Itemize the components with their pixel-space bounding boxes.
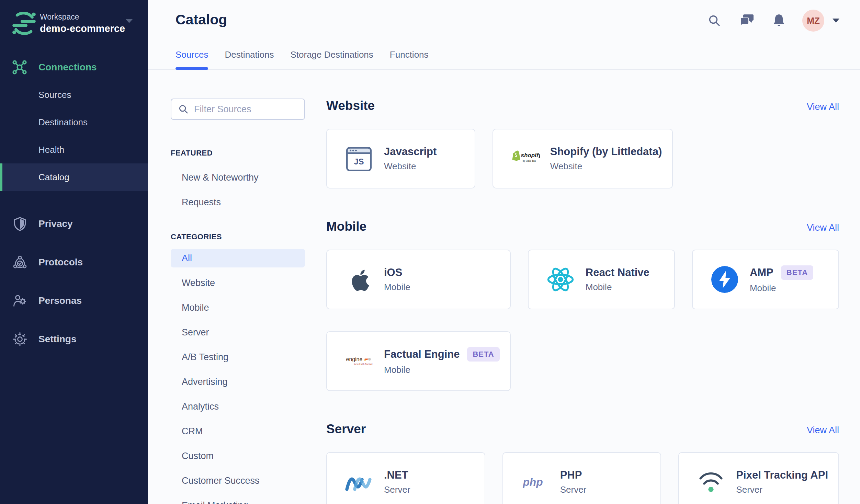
card-title: AMP — [750, 266, 773, 279]
source-card-php[interactable]: php PHP Server — [502, 452, 661, 504]
category-analytics[interactable]: Analytics — [171, 394, 305, 419]
category-advertising[interactable]: Advertising — [171, 369, 305, 394]
category-mobile[interactable]: Mobile — [171, 295, 305, 320]
react-icon — [546, 265, 575, 294]
category-custom[interactable]: Custom — [171, 444, 305, 468]
section-mobile: Mobile View All iOS Mobile — [326, 219, 839, 391]
workspace-name: demo-ecommerce — [40, 22, 125, 35]
category-crm[interactable]: CRM — [171, 419, 305, 444]
tab-storage-destinations[interactable]: Storage Destinations — [290, 49, 373, 70]
catalog-sections: Website View All JS — [326, 99, 839, 504]
source-card-amp[interactable]: AMP BETA Mobile — [692, 250, 839, 309]
sidebar-item-label: Personas — [38, 295, 82, 306]
protocols-icon — [12, 255, 27, 270]
tab-sources[interactable]: Sources — [176, 49, 208, 70]
sidebar-item-destinations[interactable]: Destinations — [0, 108, 148, 136]
sidebar-item-label: Privacy — [38, 218, 73, 229]
card-title: Pixel Tracking API — [736, 469, 828, 481]
card-title: PHP — [560, 469, 582, 481]
dotnet-icon — [344, 467, 374, 497]
segment-logo-icon — [11, 10, 40, 36]
tab-destinations[interactable]: Destinations — [225, 49, 274, 70]
beta-badge: BETA — [781, 265, 813, 280]
source-card-ios[interactable]: iOS Mobile — [326, 250, 511, 309]
sidebar-item-protocols[interactable]: Protocols — [0, 249, 148, 276]
category-email-marketing[interactable]: Email Marketing — [171, 493, 305, 504]
sidebar-item-label: Protocols — [38, 257, 83, 268]
card-subtitle: Server — [384, 484, 410, 495]
category-website[interactable]: Website — [171, 271, 305, 295]
connections-icon — [12, 59, 27, 75]
chat-icon[interactable] — [736, 10, 758, 32]
sidebar-item-health[interactable]: Health — [0, 136, 148, 163]
source-card-pixel-tracking-api[interactable]: Pixel Tracking API Server — [678, 452, 839, 504]
sidebar-item-privacy[interactable]: Privacy — [0, 210, 148, 238]
apple-icon — [344, 265, 374, 294]
avatar[interactable]: MZ — [802, 10, 824, 32]
sidebar-item-settings[interactable]: Settings — [0, 325, 148, 353]
card-title: Javascript — [384, 146, 437, 158]
catalog-tabs: Sources Destinations Storage Destination… — [176, 49, 445, 70]
chevron-down-icon[interactable] — [832, 18, 840, 23]
featured-item-requests[interactable]: Requests — [171, 190, 305, 215]
pixel-tracking-icon — [696, 467, 726, 497]
search-icon[interactable] — [703, 10, 725, 32]
section-website: Website View All JS — [326, 99, 839, 188]
page-header: Catalog MZ — [148, 0, 860, 70]
section-title: Server — [326, 422, 366, 436]
categories-heading: CATEGORIES — [171, 232, 305, 241]
featured-item-new-noteworthy[interactable]: New & Noteworthy — [171, 165, 305, 190]
header-actions: MZ — [693, 10, 840, 32]
source-card-react-native[interactable]: React Native Mobile — [528, 250, 675, 309]
svg-text:JS: JS — [354, 157, 364, 166]
svg-text:by Little data: by Little data — [523, 160, 536, 162]
view-all-link[interactable]: View All — [807, 425, 839, 436]
filter-column: FEATURED New & Noteworthy Requests CATEG… — [171, 99, 305, 504]
workspace-switcher[interactable]: Workspace demo-ecommerce — [0, 0, 148, 36]
tab-functions[interactable]: Functions — [390, 49, 429, 70]
view-all-link[interactable]: View All — [807, 102, 839, 112]
filter-sources-input[interactable] — [194, 104, 297, 115]
category-all[interactable]: All — [171, 249, 305, 267]
card-subtitle: Server — [736, 484, 828, 495]
svg-text:engine: engine — [346, 356, 363, 362]
card-subtitle: Mobile — [750, 283, 813, 294]
page-title: Catalog — [176, 12, 227, 28]
source-card-factual-engine[interactable]: engine fueled with Factual Factual Engin… — [326, 331, 511, 391]
workspace-label: Workspace — [40, 12, 125, 22]
featured-list: New & Noteworthy Requests — [171, 165, 305, 215]
gear-icon — [12, 332, 27, 347]
card-subtitle: Mobile — [384, 282, 410, 293]
view-all-link[interactable]: View All — [807, 222, 839, 233]
source-card-javascript[interactable]: JS Javascript Website — [326, 129, 475, 188]
amp-icon — [710, 265, 739, 294]
sidebar-item-label: Settings — [38, 334, 76, 345]
sidebar-item-catalog[interactable]: Catalog — [0, 163, 148, 191]
category-server[interactable]: Server — [171, 320, 305, 345]
card-title: React Native — [586, 266, 649, 279]
chevron-down-icon — [125, 18, 134, 24]
card-title: iOS — [384, 266, 402, 279]
card-subtitle: Website — [550, 161, 662, 172]
card-subtitle: Website — [384, 161, 437, 172]
javascript-icon: JS — [344, 144, 374, 173]
source-card-shopify[interactable]: shopify by Little data Shopify (by Littl… — [493, 129, 673, 188]
svg-text:shopify: shopify — [521, 152, 540, 159]
sidebar-item-connections[interactable]: Connections — [0, 54, 148, 81]
card-title: .NET — [384, 469, 408, 481]
featured-heading: FEATURED — [171, 149, 305, 158]
sidebar-item-personas[interactable]: Personas — [0, 287, 148, 314]
content: FEATURED New & Noteworthy Requests CATEG… — [148, 70, 860, 504]
main-area: Catalog MZ — [148, 0, 860, 504]
card-subtitle: Server — [560, 484, 587, 495]
sidebar-item-sources[interactable]: Sources — [0, 81, 148, 108]
svg-text:fueled with Factual: fueled with Factual — [354, 363, 373, 365]
section-server: Server View All .NET Server — [326, 422, 839, 504]
bell-icon[interactable] — [768, 10, 790, 32]
card-title: Shopify (by Littledata) — [550, 146, 662, 158]
sidebar: Workspace demo-ecommerce Connections Sou… — [0, 0, 148, 504]
source-card-dotnet[interactable]: .NET Server — [326, 452, 485, 504]
category-ab-testing[interactable]: A/B Testing — [171, 345, 305, 369]
sidebar-sub-nav: Sources Destinations Health Catalog — [0, 81, 148, 191]
category-customer-success[interactable]: Customer Success — [171, 468, 305, 493]
